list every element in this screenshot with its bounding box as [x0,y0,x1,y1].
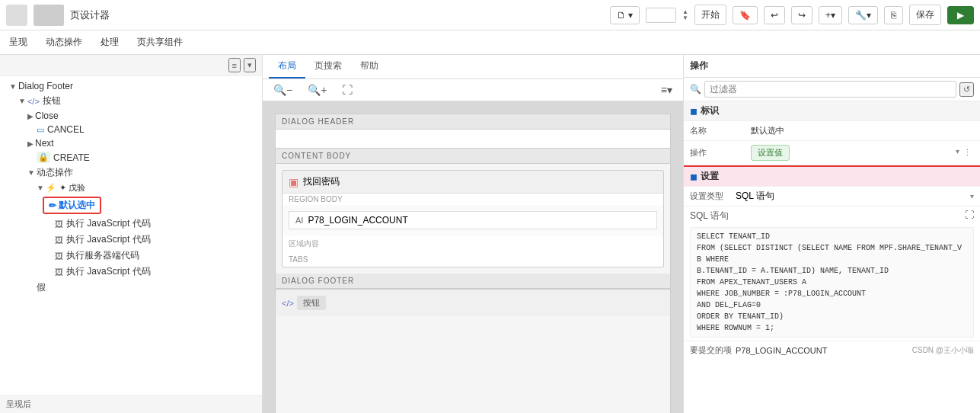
canvas-region-header: ▣ 找回密码 [283,171,663,194]
js1-icon: 🖼 [55,219,63,229]
undo-button[interactable]: ↩ [764,6,785,24]
canvas-content-body-label: CONTENT BODY [276,149,670,164]
type-dropdown-arrow[interactable]: ▾ [970,192,974,200]
sql-expand-icon[interactable]: ⛶ [965,210,974,220]
section-header-settings[interactable]: ◼ 设置 [684,165,980,187]
tree-item-js1[interactable]: 🖼 执行 JavaScript 代码 [0,216,262,232]
bottom-label: 呈现后 [6,399,31,408]
tab-layout[interactable]: 布局 [269,55,305,78]
default-selected-label: 默认选中 [59,199,95,212]
zoom-in-button[interactable]: 🔍+ [303,82,331,98]
action-dropdown-arrow[interactable]: ▾ [956,147,959,158]
left-panel: ≡ ▾ ▼ Dialog Footer ▼ </> 按钮 ▶ Cl [0,55,263,413]
run-button[interactable]: ▶ [947,6,974,24]
canvas-dialog-header-label: DIALOG HEADER [276,114,670,130]
tree-item-js2[interactable]: 🖼 执行 JavaScript 代码 [0,232,262,248]
save-button[interactable]: 保存 [909,5,941,25]
canvas-content-body: ▣ 找回密码 REGION BODY AI P78_LOGIN_ACCOUNT … [276,170,670,267]
left-menu-button[interactable]: ≡ [228,58,241,72]
tree-arrow-dynamic[interactable]: ▼ [27,168,35,177]
tree-item-default-selected[interactable]: ✏ 默认选中 [0,195,262,216]
tree-arrow-close[interactable]: ▶ [27,112,34,120]
tree-item-validation[interactable]: ▼ ⚡ ✦ 戊验 [0,181,262,195]
app-logo [6,5,27,26]
tree-arrow-validation[interactable]: ▼ [37,184,44,192]
set-value-button[interactable]: 设置值 [751,145,790,161]
canvas-footer: </> 按钮 [276,289,670,316]
prop-action-select: 设置值 ▾ ⋮ [751,145,974,161]
canvas-region-findpw: ▣ 找回密码 REGION BODY AI P78_LOGIN_ACCOUNT … [282,170,664,267]
tree-item-create[interactable]: 🔒 CREATE [0,150,262,165]
page-number-spinner[interactable]: ▲▼ [682,9,688,21]
page-number-input[interactable]: 78 [646,8,676,23]
item-ai-icon: AI [295,216,303,225]
settings-collapse-icon: ◼ [690,171,697,182]
prop-label-submit: 要提交的项 [690,344,736,356]
filter-input[interactable] [704,81,956,98]
left-panel-header: ≡ ▾ [0,55,262,76]
canvas-region-body2-label: 区域内容 [283,235,663,252]
tree-item-dialog-footer[interactable]: ▼ Dialog Footer [0,79,262,93]
tree-label-validation: ✦ 戊验 [59,182,85,194]
section-header-identity[interactable]: ◼ 标识 [684,101,980,121]
footer-button-tag: 按钮 [297,296,326,310]
edit-icon: ✏ [49,200,56,211]
region-form-icon: ▣ [289,176,298,188]
tree-label-buttons: 按钮 [43,94,61,107]
prop-row-submit: 要提交的项 P78_LOGIN_ACCOUNT CSDN @王小小嗡 [684,341,980,359]
prop-label-type: 设置类型 [690,190,736,202]
tree-label-false: 假 [37,281,46,294]
add-button[interactable]: +▾ [819,6,842,24]
tree-arrow-dialog-footer[interactable]: ▼ [9,82,17,91]
prop-row-name: 名称 默认选中 [684,121,980,141]
redo-button[interactable]: ↪ [791,6,812,24]
file-menu-button[interactable]: 🗋 ▾ [610,6,640,24]
tree-arrow-buttons[interactable]: ▼ [18,97,26,105]
prop-value-submit: P78_LOGIN_ACCOUNT [736,346,827,355]
zoom-out-button[interactable]: 🔍− [269,82,297,98]
tree-item-next[interactable]: ▶ Next [0,136,262,150]
tree-item-server[interactable]: 🖼 执行服务器端代码 [0,248,262,264]
tree-label-cancel: CANCEL [47,124,85,135]
default-selected-highlight[interactable]: ✏ 默认选中 [43,197,101,214]
top-toolbar: 页设计器 🗋 ▾ 78 ▲▼ 开始 🔖 ↩ ↪ +▾ 🔧▾ ⎘ 保存 ▶ [0,0,980,30]
tree-item-cancel[interactable]: ▭ CANCEL [0,123,262,136]
right-content: ◼ 标识 名称 默认选中 操作 设置值 ▾ ⋮ [684,101,980,413]
nav-item-render[interactable]: 呈现 [6,36,30,49]
tree-arrow-next[interactable]: ▶ [27,139,34,148]
filter-refresh-button[interactable]: ↺ [959,82,974,97]
section-title-settings: 设置 [701,170,719,183]
csdn-watermark: CSDN @王小小嗡 [912,345,974,356]
tree-item-close[interactable]: ▶ Close [0,109,262,123]
left-dropdown-button[interactable]: ▾ [244,58,256,72]
canvas-menu-button[interactable]: ≡▾ [656,82,677,98]
tab-page-search[interactable]: 页搜索 [305,55,351,78]
bookmark-button[interactable]: 🔖 [733,6,758,24]
nav-row: 呈现 动态操作 处理 页共享组件 [0,30,980,55]
canvas-item-login-account[interactable]: AI P78_LOGIN_ACCOUNT [289,211,657,229]
tree-item-dynamic-actions[interactable]: ▼ 动态操作 [0,165,262,181]
share-button[interactable]: ⎘ [884,6,903,24]
prop-type-value: SQL 语句 [736,190,774,203]
prop-row-action: 操作 设置值 ▾ ⋮ [684,141,980,165]
center-panel: 布局 页搜索 帮助 🔍− 🔍+ ⛶ ≡▾ DIALOG HEADER CONTE… [263,55,683,413]
tab-help[interactable]: 帮助 [351,55,388,78]
tree-item-js4[interactable]: 🖼 执行 JavaScript 代码 [0,264,262,280]
tree-item-false[interactable]: 假 [0,280,262,296]
start-button[interactable]: 开始 [694,5,726,25]
prop-type-select: SQL 语句 ▾ [736,190,974,203]
tree-label-dynamic: 动态操作 [37,166,73,179]
tools-button[interactable]: 🔧▾ [848,6,878,24]
page-designer-title: 页设计器 [70,8,110,22]
tree-item-buttons[interactable]: ▼ </> 按钮 [0,93,262,109]
server-icon: 🖼 [55,251,63,261]
action-menu-icon[interactable]: ⋮ [961,147,974,158]
sql-code-area[interactable]: SELECT TENANT_ID FROM (SELECT DISTINCT (… [690,227,974,338]
right-panel-header: 操作 [684,55,980,78]
nav-item-shared[interactable]: 页共享组件 [134,36,186,49]
canvas-dialog-title [276,130,670,149]
nav-item-process[interactable]: 处理 [97,36,122,49]
nav-item-dynamic[interactable]: 动态操作 [43,36,85,49]
fullscreen-button[interactable]: ⛶ [337,82,357,98]
tree-label-next: Next [35,138,54,149]
